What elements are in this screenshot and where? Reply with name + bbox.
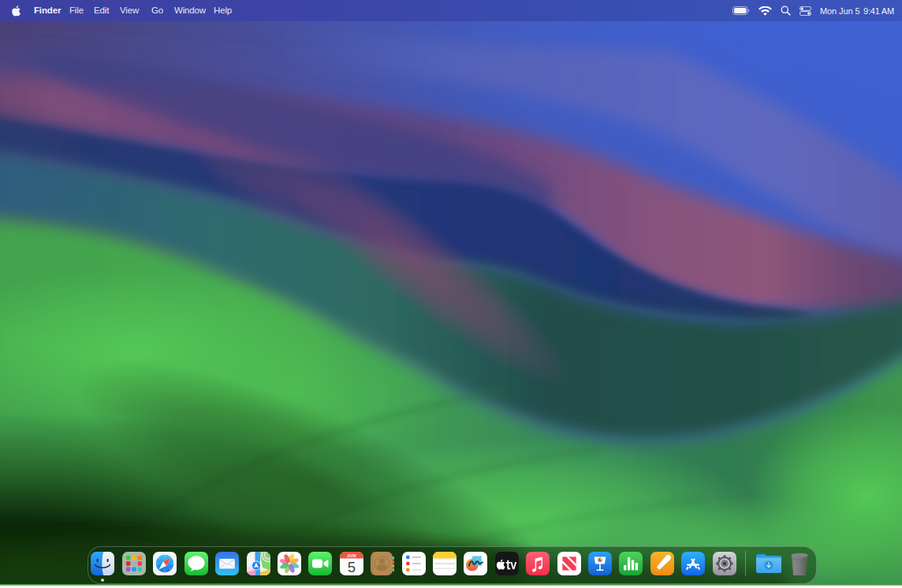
svg-text:JUN: JUN	[347, 553, 356, 558]
svg-text:5: 5	[348, 559, 356, 575]
